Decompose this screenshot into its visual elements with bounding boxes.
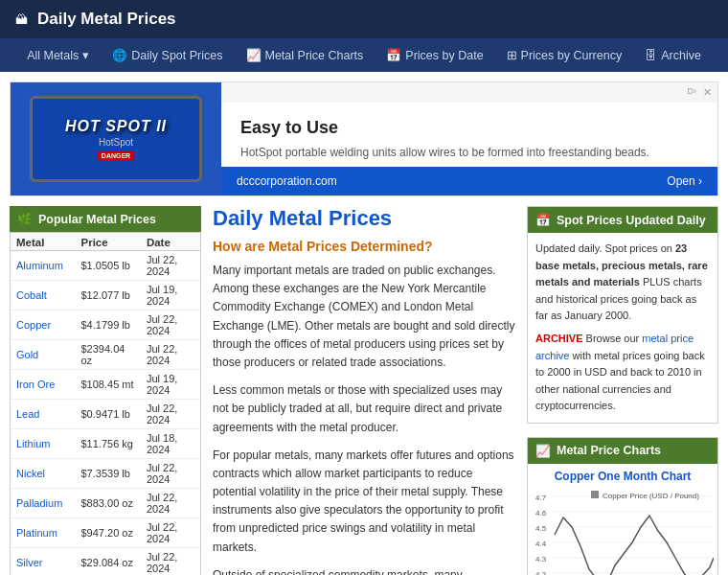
nav-daily-spot[interactable]: 🌐 Daily Spot Prices <box>102 38 232 72</box>
chart-box-title: Metal Price Charts <box>557 444 661 457</box>
metal-link[interactable]: Cobalt <box>16 289 47 301</box>
dropdown-icon: ▾ <box>82 48 89 62</box>
metal-name: Silver <box>11 548 76 576</box>
chart-nav-icon: 📈 <box>535 444 551 458</box>
main-paragraph: Many important metals are traded on publ… <box>213 262 515 372</box>
metal-price: $0.9471 lb <box>76 400 141 429</box>
table-row: Silver $29.084 oz Jul 22, 2024 <box>11 548 200 576</box>
metal-link[interactable]: Iron Ore <box>16 379 55 390</box>
metal-link[interactable]: Aluminum <box>16 260 63 271</box>
copper-chart-title: Copper One Month Chart <box>528 464 717 485</box>
right-column: 📅 Spot Prices Updated Daily Updated dail… <box>527 206 718 575</box>
chart-icon: 📈 <box>246 48 262 62</box>
grid-icon: ⊞ <box>507 48 517 62</box>
spot-prices-box: 📅 Spot Prices Updated Daily Updated dail… <box>527 206 718 424</box>
metal-link[interactable]: Nickel <box>16 468 45 479</box>
nav-archive[interactable]: 🗄 Archive <box>635 39 711 72</box>
legend-box <box>591 491 599 498</box>
ad-text-area: Easy to Use HotSpot portable welding uni… <box>221 103 717 176</box>
metal-name: Aluminum <box>11 251 76 281</box>
ad-close-icon[interactable]: ✕ <box>703 86 712 99</box>
metal-prices-table: Metal Price Date Aluminum $1.0505 lb Jul… <box>11 233 200 575</box>
calendar-icon: 📅 <box>386 48 401 62</box>
spot-body-para2: ARCHIVE Browse our metal price archive w… <box>535 331 710 415</box>
nav-prices-currency-label: Prices by Currency <box>521 49 623 62</box>
ad-banner: HOT SPOT II HotSpot DANGER Easy to Use H… <box>10 81 718 196</box>
metal-name: Palladium <box>11 489 76 518</box>
nav-metal-charts-label: Metal Price Charts <box>265 49 364 62</box>
metal-date: Jul 18, 2024 <box>141 429 200 459</box>
svg-text:4.7: 4.7 <box>535 494 547 502</box>
metal-name: Lithium <box>11 429 76 459</box>
main-subtitle: How are Metal Prices Determined? <box>213 239 515 254</box>
spot-prices-body: Updated daily. Spot prices on 23 base me… <box>528 233 717 423</box>
metal-price: $7.3539 lb <box>76 459 141 489</box>
metal-link[interactable]: Gold <box>16 349 38 360</box>
metal-name: Iron Ore <box>11 370 76 400</box>
metal-prices-box: Metal Price Date Aluminum $1.0505 lb Jul… <box>10 232 201 575</box>
spot-prices-title: Spot Prices Updated Daily <box>557 214 706 227</box>
archive-label: ARCHIVE <box>535 333 583 344</box>
metal-name: Platinum <box>11 518 76 548</box>
svg-text:4.3: 4.3 <box>535 555 547 564</box>
svg-text:4.5: 4.5 <box>535 524 547 533</box>
ad-cta-label: Open › <box>667 174 702 188</box>
ad-cta-button[interactable]: dcccorporation.com Open › <box>221 167 717 196</box>
table-row: Palladium $883.00 oz Jul 22, 2024 <box>11 489 200 518</box>
nav-metal-charts[interactable]: 📈 Metal Price Charts <box>237 38 374 72</box>
main-paragraph: For popular metals, many markets offer f… <box>213 447 515 557</box>
popular-metals-header: 🌿 Popular Metal Prices <box>10 206 201 232</box>
main-content-area: 🌿 Popular Metal Prices Metal Price Date … <box>0 206 728 575</box>
metal-link[interactable]: Palladium <box>16 497 62 509</box>
metal-link[interactable]: Lead <box>16 408 39 420</box>
main-paragraphs: Many important metals are traded on publ… <box>213 262 515 575</box>
ad-cta-url: dcccorporation.com <box>237 174 337 188</box>
metal-price: $4.1799 lb <box>76 310 141 340</box>
metal-link[interactable]: Silver <box>16 557 43 568</box>
table-row: Nickel $7.3539 lb Jul 22, 2024 <box>11 459 200 489</box>
nav-archive-label: Archive <box>661 49 701 62</box>
metal-date: Jul 22, 2024 <box>141 518 200 548</box>
metal-name: Cobalt <box>11 281 76 310</box>
metal-price: $12.077 lb <box>76 281 141 310</box>
metal-date: Jul 22, 2024 <box>141 489 200 518</box>
globe-icon: 🌐 <box>112 48 127 62</box>
metal-name: Lead <box>11 400 76 429</box>
metal-date: Jul 22, 2024 <box>141 459 200 489</box>
col-metal: Metal <box>11 233 76 251</box>
site-title: Daily Metal Prices <box>37 10 176 29</box>
table-row: Lead $0.9471 lb Jul 22, 2024 <box>11 400 200 429</box>
copper-price-line <box>555 516 714 575</box>
table-row: Cobalt $12.077 lb Jul 19, 2024 <box>11 281 200 310</box>
main-nav: All Metals ▾ 🌐 Daily Spot Prices 📈 Metal… <box>0 38 728 72</box>
nav-prices-date-label: Prices by Date <box>405 49 483 62</box>
metal-name: Nickel <box>11 459 76 489</box>
metal-date: Jul 22, 2024 <box>141 310 200 340</box>
metal-price: $29.084 oz <box>76 548 141 576</box>
col-date: Date <box>141 233 200 251</box>
metal-link[interactable]: Lithium <box>16 438 50 449</box>
main-paragraph: Outside of specialized commodity markets… <box>213 566 515 575</box>
metal-date: Jul 22, 2024 <box>141 340 200 370</box>
metal-date: Jul 19, 2024 <box>141 281 200 310</box>
metal-price: $1.0505 lb <box>76 251 141 281</box>
center-column: Daily Metal Prices How are Metal Prices … <box>213 206 515 575</box>
nav-all-metals[interactable]: All Metals ▾ <box>17 38 99 72</box>
svg-text:4.4: 4.4 <box>535 540 547 548</box>
nav-prices-by-date[interactable]: 📅 Prices by Date <box>376 38 492 72</box>
archive-icon: 🗄 <box>645 49 657 62</box>
ad-hotspot-product: HOT SPOT II HotSpot DANGER <box>30 96 202 182</box>
metal-link[interactable]: Copper <box>16 319 51 331</box>
svg-text:4.2: 4.2 <box>535 570 547 575</box>
metal-link[interactable]: Platinum <box>16 527 57 539</box>
table-row: Gold $2394.04 oz Jul 22, 2024 <box>11 340 200 370</box>
ad-headline: Easy to Use <box>240 118 698 138</box>
metal-price: $11.756 kg <box>76 429 141 459</box>
nav-prices-by-currency[interactable]: ⊞ Prices by Currency <box>497 38 632 72</box>
table-row: Lithium $11.756 kg Jul 18, 2024 <box>11 429 200 459</box>
metal-price: $947.20 oz <box>76 518 141 548</box>
metal-date: Jul 19, 2024 <box>141 370 200 400</box>
table-row: Copper $4.1799 lb Jul 22, 2024 <box>11 310 200 340</box>
chart-box-header: 📈 Metal Price Charts <box>528 438 717 464</box>
nav-all-metals-label: All Metals <box>27 49 79 62</box>
